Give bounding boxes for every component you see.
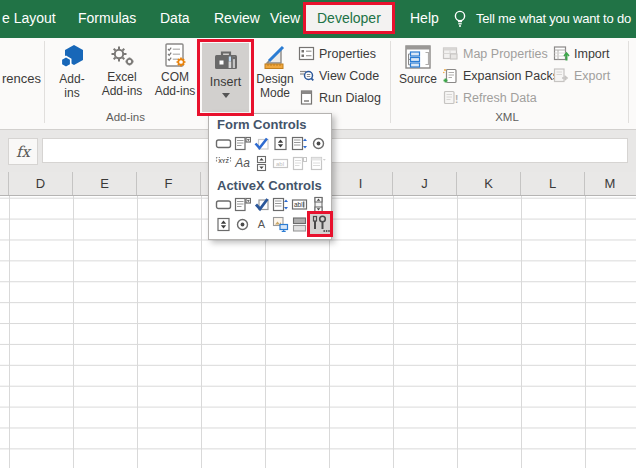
gears-icon xyxy=(108,42,136,70)
activex-command-button-icon[interactable] xyxy=(214,195,233,214)
refresh-data-icon: ! xyxy=(442,89,459,106)
activex-text-box-icon[interactable]: abl xyxy=(290,195,309,214)
form-group-box-icon[interactable]: XYZ xyxy=(214,154,233,173)
activex-toggle-button-icon[interactable] xyxy=(290,215,309,234)
column-header-D[interactable]: D xyxy=(9,172,73,195)
activex-list-box-icon[interactable] xyxy=(271,195,290,214)
form-option-button-icon[interactable] xyxy=(309,134,328,153)
column-header-I[interactable]: I xyxy=(329,172,393,195)
refresh-data-button: ! Refresh Data xyxy=(442,89,537,106)
excel-window: e Layout Formulas Data Review View Devel… xyxy=(0,0,636,468)
group-separator xyxy=(628,41,629,123)
source-button[interactable]: Source xyxy=(394,42,442,86)
activex-controls-row-1: abl xyxy=(209,194,331,214)
group-separator xyxy=(390,41,391,123)
form-combo-box-icon[interactable] xyxy=(233,134,252,153)
form-controls-row-1 xyxy=(209,133,331,153)
column-header-M[interactable]: M xyxy=(585,172,635,195)
form-combo-drop-down-edit-icon-disabled xyxy=(309,154,328,173)
form-combo-list-edit-icon-disabled xyxy=(290,154,309,173)
export-button: Export xyxy=(553,67,610,84)
svg-text:abl: abl xyxy=(276,160,284,166)
activex-combo-box-icon[interactable] xyxy=(233,195,252,214)
xml-group-label: XML xyxy=(394,111,620,123)
ruler-pencil-icon xyxy=(260,42,290,72)
activex-scroll-bar-icon[interactable] xyxy=(309,195,328,214)
dialog-window-icon xyxy=(298,89,315,106)
tell-me-box[interactable]: Tell me what you want to do xyxy=(476,11,631,26)
form-text-field-icon-disabled: abl xyxy=(271,154,290,173)
map-properties-button: Map Properties xyxy=(442,45,548,62)
tab-data[interactable]: Data xyxy=(160,10,190,26)
activex-more-controls-icon[interactable] xyxy=(310,214,330,234)
export-icon xyxy=(553,67,570,84)
clipped-button-label: rences xyxy=(2,71,41,86)
column-header-L[interactable]: L xyxy=(521,172,585,195)
activex-controls-row-2: A xyxy=(209,214,331,234)
tab-help[interactable]: Help xyxy=(410,10,439,26)
activex-label-icon[interactable]: A xyxy=(252,215,271,234)
form-check-box-icon[interactable] xyxy=(252,134,271,153)
tab-formulas[interactable]: Formulas xyxy=(78,10,136,26)
expansion-packs-button[interactable]: Expansion Packs xyxy=(442,67,559,84)
com-add-ins-button[interactable]: COM Add-ins xyxy=(149,42,201,98)
design-mode-button[interactable]: Design Mode xyxy=(252,42,298,100)
form-label-icon[interactable]: Aa xyxy=(233,154,252,173)
tab-view[interactable]: View xyxy=(270,10,300,26)
column-header-E[interactable]: E xyxy=(73,172,137,195)
add-ins-button[interactable]: Add- ins xyxy=(50,42,94,100)
toolbox-icon xyxy=(211,46,241,74)
column-header-K[interactable]: K xyxy=(457,172,521,195)
form-list-box-icon[interactable] xyxy=(290,134,309,153)
add-ins-group-label: Add-ins xyxy=(50,111,201,123)
view-code-button[interactable]: View Code xyxy=(298,67,379,84)
form-controls-row-2: XYZ Aa abl xyxy=(209,153,331,173)
add-ins-icon xyxy=(57,42,87,72)
activex-option-button-icon[interactable] xyxy=(233,215,252,234)
properties-icon xyxy=(298,45,315,62)
form-button-icon[interactable] xyxy=(214,134,233,153)
menu-bar: e Layout Formulas Data Review View Devel… xyxy=(0,0,636,38)
column-header-J[interactable]: J xyxy=(393,172,457,195)
activex-image-icon[interactable] xyxy=(271,215,290,234)
svg-text:XYZ: XYZ xyxy=(218,158,229,164)
dropdown-arrow-icon xyxy=(222,93,230,98)
checklist-gear-icon xyxy=(161,42,189,70)
map-properties-icon xyxy=(442,45,459,62)
column-header-partial[interactable] xyxy=(0,172,9,195)
excel-add-ins-button[interactable]: Excel Add-ins xyxy=(97,42,147,98)
form-spin-button-icon[interactable] xyxy=(271,134,290,153)
activex-spin-button-icon[interactable] xyxy=(214,215,233,234)
magnifier-code-icon xyxy=(298,67,315,84)
form-controls-header: Form Controls xyxy=(209,114,331,133)
tab-developer[interactable]: Developer xyxy=(306,5,392,31)
xml-source-icon xyxy=(403,42,433,72)
developer-tab-highlight-box: Developer xyxy=(303,2,395,34)
insert-controls-dropdown: Form Controls xyxy=(208,113,332,240)
import-button[interactable]: Import xyxy=(553,45,609,62)
import-icon xyxy=(553,45,570,62)
group-separator xyxy=(44,41,45,123)
activex-controls-header: ActiveX Controls xyxy=(209,175,331,194)
tab-page-layout[interactable]: e Layout xyxy=(2,10,56,26)
lightbulb-icon xyxy=(451,9,469,29)
tab-review[interactable]: Review xyxy=(214,10,260,26)
svg-text:abl: abl xyxy=(294,200,303,207)
expansion-packs-icon xyxy=(442,67,459,84)
insert-button[interactable]: Insert xyxy=(202,43,249,112)
column-header-F[interactable]: F xyxy=(137,172,201,195)
properties-button[interactable]: Properties xyxy=(298,45,376,62)
fx-button[interactable]: fx xyxy=(8,138,38,165)
run-dialog-button[interactable]: Run Dialog xyxy=(298,89,381,106)
form-scroll-bar-icon[interactable] xyxy=(252,154,271,173)
svg-text:!: ! xyxy=(455,94,458,105)
activex-check-box-icon[interactable] xyxy=(252,195,271,214)
formula-input[interactable] xyxy=(42,138,628,163)
